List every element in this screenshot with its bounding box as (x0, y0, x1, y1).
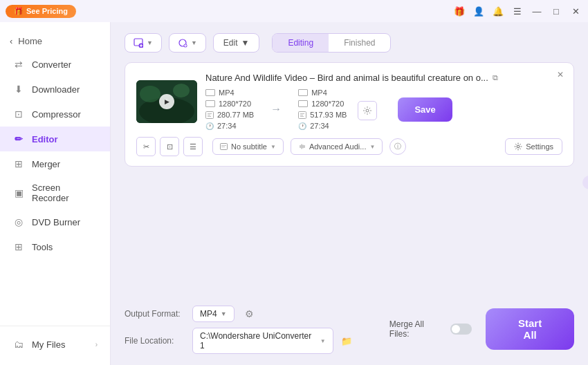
play-button[interactable]: ▶ (159, 94, 174, 109)
svg-rect-22 (221, 144, 228, 150)
target-clock-icon: 🕐 (298, 122, 306, 130)
target-format-value: MP4 (311, 88, 327, 97)
footer: Output Format: MP4 ▼ ⚙ File Location: C:… (125, 297, 574, 354)
gift-titlebar-icon[interactable]: 🎁 (452, 4, 466, 18)
source-size-value: 280.77 MB (217, 111, 254, 119)
edit-dropdown[interactable]: Edit ▼ (213, 33, 260, 53)
footer-left: Output Format: MP4 ▼ ⚙ File Location: C:… (125, 304, 355, 354)
toggle-knob (452, 325, 460, 333)
target-format: MP4 (298, 88, 347, 97)
file-location-path: C:\Wondershare UniConverter 1 ▼ (192, 328, 333, 354)
save-button[interactable]: Save (398, 97, 452, 122)
path-chevron-icon: ▼ (320, 338, 326, 344)
output-settings-gear-icon[interactable]: ⚙ (240, 304, 259, 324)
output-format-select[interactable]: MP4 ▼ (192, 306, 235, 322)
video-meta: MP4 1280*720 (205, 88, 562, 130)
target-duration-value: 27:34 (310, 122, 329, 130)
sidebar-label-merger: Merger (32, 159, 60, 169)
sidebar-item-merger[interactable]: ⊞ Merger (0, 151, 110, 176)
target-meta: MP4 1280*720 (298, 88, 347, 130)
sidebar-label-dvd-burner: DVD Burner (32, 217, 80, 227)
rotate-button[interactable]: ▼ (169, 33, 206, 53)
source-format: MP4 (205, 88, 254, 97)
settings-action-icon[interactable] (358, 101, 377, 120)
tab-finished[interactable]: Finished (329, 34, 390, 52)
edit-chevron-icon: ▼ (241, 38, 250, 48)
merge-all-group: Merge All Files: (389, 319, 472, 339)
audio-dropdown[interactable]: Advanced Audi... ▼ (291, 138, 383, 155)
sidebar-item-my-files[interactable]: 🗂 My Files › (0, 332, 110, 357)
format-icon (205, 89, 215, 96)
tab-editing[interactable]: Editing (273, 34, 329, 52)
editor-icon: ✏ (12, 133, 25, 145)
sidebar-item-tools[interactable]: ⊞ Tools (0, 234, 110, 259)
size-icon (205, 111, 214, 119)
sidebar-item-downloader[interactable]: ⬇ Downloader (0, 77, 110, 102)
minimize-button[interactable]: — (530, 4, 544, 18)
add-btn-chevron: ▼ (147, 39, 153, 46)
source-resolution: 1280*720 (205, 100, 254, 108)
svg-point-10 (140, 86, 160, 102)
add-media-button[interactable]: ▼ (125, 33, 162, 53)
target-size: 517.93 MB (298, 111, 347, 119)
sidebar-item-editor[interactable]: ✏ Editor (0, 127, 110, 151)
convert-arrow-icon: → (254, 103, 298, 115)
video-thumbnail[interactable]: ▶ (136, 80, 197, 123)
subtitle-chevron-icon: ▼ (270, 144, 276, 150)
subtitle-dropdown[interactable]: No subtitle ▼ (212, 138, 284, 155)
video-card-bottom: ✂ ⊡ ☰ No subtitle ▼ (136, 137, 562, 156)
merge-all-toggle[interactable] (450, 324, 472, 335)
toolbar: ▼ ▼ Edit ▼ Editing Finished (125, 33, 574, 53)
menu-icon[interactable]: ☰ (511, 4, 524, 18)
audio-chevron-icon: ▼ (369, 144, 375, 150)
target-resolution: 1280*720 (298, 100, 347, 108)
sidebar-label-compressor: Compressor (32, 109, 81, 120)
sidebar-item-converter[interactable]: ⇄ Converter (0, 52, 110, 77)
main-content: ▼ ▼ Edit ▼ Editing Finished (111, 22, 588, 365)
external-link-icon[interactable]: ⧉ (493, 73, 498, 82)
title-bar: 🎁 See Pricing 🎁 👤 🔔 ☰ — □ ✕ (0, 0, 588, 22)
target-resolution-icon (298, 100, 308, 107)
crop-icon-btn[interactable]: ⊡ (160, 137, 179, 156)
maximize-button[interactable]: □ (549, 4, 563, 18)
video-info: Nature And Wildlife Video – Bird and ani… (205, 73, 562, 130)
sidebar-item-dvd-burner[interactable]: ◎ DVD Burner (0, 209, 110, 234)
merger-icon: ⊞ (12, 158, 25, 170)
sidebar-label-tools: Tools (32, 242, 53, 252)
settings-icon (514, 142, 522, 151)
close-button[interactable]: ✕ (569, 4, 582, 18)
sidebar-label-downloader: Downloader (32, 84, 80, 95)
audio-icon (298, 143, 306, 150)
source-duration-value: 27:34 (217, 122, 237, 130)
video-card-close-button[interactable]: ✕ (554, 68, 567, 81)
cut-icon-btn[interactable]: ✂ (136, 137, 156, 156)
see-pricing-button[interactable]: 🎁 See Pricing (6, 5, 76, 18)
settings-button[interactable]: Settings (505, 138, 562, 155)
video-card: ✕ ▶ (125, 62, 574, 167)
target-size-icon (298, 111, 306, 119)
sidebar-label-screen-recorder: Screen Recorder (32, 182, 98, 203)
info-button[interactable]: ⓘ (389, 138, 406, 155)
action-icons (358, 101, 377, 120)
sidebar-label-my-files: My Files (32, 339, 65, 350)
user-icon[interactable]: 👤 (472, 4, 486, 18)
svg-point-21 (366, 109, 369, 112)
sidebar-item-compressor[interactable]: ⊡ Compressor (0, 102, 110, 127)
video-card-top: ▶ Nature And Wildlife Video – Bird and a… (136, 73, 562, 130)
svg-point-25 (517, 145, 520, 148)
sidebar-back[interactable]: ‹ Home (0, 30, 110, 52)
browse-folder-button[interactable]: 📁 (339, 333, 355, 349)
merge-all-label: Merge All Files: (389, 319, 445, 339)
sidebar-back-label: Home (18, 36, 42, 46)
tools-icon: ⊞ (12, 241, 25, 253)
cut-crop-list-icons: ✂ ⊡ ☰ (136, 137, 203, 156)
bell-icon[interactable]: 🔔 (491, 4, 505, 18)
file-location-row: File Location: C:\Wondershare UniConvert… (125, 328, 355, 354)
rotate-icon (178, 38, 187, 48)
source-meta: MP4 1280*720 (205, 88, 254, 130)
start-all-button[interactable]: Start All (486, 308, 574, 350)
sidebar-item-screen-recorder[interactable]: ▣ Screen Recorder (0, 176, 110, 209)
list-icon-btn[interactable]: ☰ (183, 137, 203, 156)
output-format-label: Output Format: (125, 309, 187, 319)
target-size-value: 517.93 MB (310, 111, 347, 119)
